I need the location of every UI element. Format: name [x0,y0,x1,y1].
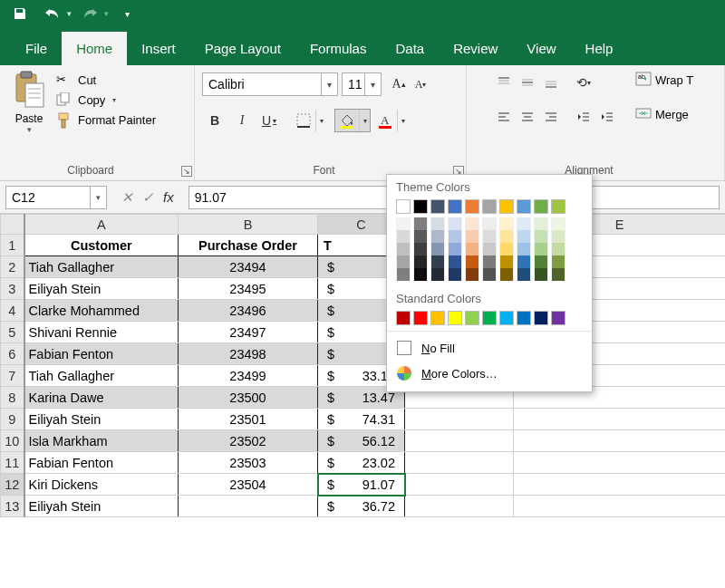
color-swatch[interactable] [413,255,428,268]
row-header-11[interactable]: 11 [1,452,24,474]
row-header-13[interactable]: 13 [1,496,24,517]
cell[interactable]: 23494 [179,256,318,278]
align-middle-button[interactable] [517,72,537,92]
color-swatch[interactable] [499,268,514,281]
decrease-font-button[interactable]: A▾ [411,74,430,94]
tab-file[interactable]: File [11,32,62,65]
color-swatch[interactable] [396,243,411,255]
color-swatch[interactable] [499,199,514,214]
align-left-button[interactable] [494,107,514,127]
color-swatch[interactable] [465,311,479,325]
color-swatch[interactable] [482,243,497,255]
cell[interactable] [514,430,726,452]
merge-center-button[interactable]: Merge [635,103,693,125]
color-swatch[interactable] [413,230,428,243]
color-swatch[interactable] [465,243,479,255]
worksheet-grid[interactable]: A B C D E 1 Customer Purchase Order T 2T… [0,214,725,517]
color-swatch[interactable] [430,217,445,230]
cell[interactable] [514,496,726,517]
color-swatch[interactable] [448,243,462,255]
wrap-text-button[interactable]: ab Wrap T [635,69,693,91]
decrease-indent-button[interactable] [574,107,594,127]
cell[interactable]: 23496 [179,300,318,322]
color-swatch[interactable] [396,199,411,214]
tab-formulas[interactable]: Formulas [295,32,382,65]
color-swatch[interactable] [517,217,531,230]
cell[interactable] [514,409,726,430]
cell[interactable] [405,474,514,496]
color-swatch[interactable] [534,311,548,325]
color-swatch[interactable] [413,268,428,281]
format-painter-button[interactable]: Format Painter [56,112,156,127]
color-swatch[interactable] [396,268,411,281]
cell[interactable]: Fabian Fenton [24,343,179,365]
cell[interactable]: 23504 [179,474,318,496]
color-swatch[interactable] [465,199,479,214]
cell[interactable]: Karina Dawe [24,387,179,409]
insert-function-button[interactable]: fx [163,189,174,206]
cut-button[interactable]: ✂ Cut [56,72,156,87]
cell[interactable]: 23503 [179,452,318,474]
undo-dropdown[interactable]: ▾ [67,9,72,18]
color-swatch[interactable] [465,268,479,281]
undo-button[interactable] [38,3,67,24]
cell[interactable] [405,452,514,474]
cell[interactable]: Eiliyah Stein [24,496,179,517]
color-swatch[interactable] [517,311,531,325]
cell[interactable] [405,496,514,517]
row-header-7[interactable]: 7 [1,365,24,387]
color-swatch[interactable] [551,255,566,268]
color-swatch[interactable] [465,230,479,243]
cell[interactable]: $36.72 [318,496,405,517]
cell[interactable]: 23502 [179,430,318,452]
color-swatch[interactable] [517,230,531,243]
cell[interactable]: Clarke Mohammed [24,300,179,322]
align-right-button[interactable] [541,107,561,127]
row-header-5[interactable]: 5 [1,322,24,343]
tab-insert[interactable]: Insert [127,32,190,65]
cell[interactable]: 23497 [179,322,318,343]
redo-dropdown[interactable]: ▾ [104,9,109,18]
tab-data[interactable]: Data [381,32,439,65]
color-swatch[interactable] [534,268,548,281]
row-header-12[interactable]: 12 [1,474,24,496]
col-header-A[interactable]: A [24,215,179,235]
orientation-button[interactable]: ⟲▾ [574,72,594,92]
row-header-9[interactable]: 9 [1,409,24,430]
color-swatch[interactable] [499,311,514,325]
color-swatch[interactable] [534,243,548,255]
select-all-corner[interactable] [1,215,24,235]
tab-home[interactable]: Home [62,32,127,65]
cell[interactable]: Purchase Order [179,235,318,256]
cell[interactable] [514,452,726,474]
align-bottom-button[interactable] [541,72,561,92]
cell[interactable]: 23499 [179,365,318,387]
cell[interactable] [405,430,514,452]
tab-review[interactable]: Review [439,32,512,65]
tab-page-layout[interactable]: Page Layout [190,32,295,65]
color-swatch[interactable] [551,243,566,255]
cell[interactable]: Tiah Gallagher [24,365,179,387]
cell[interactable]: Customer [24,235,179,256]
color-swatch[interactable] [517,255,531,268]
cell[interactable]: $23.02 [318,452,405,474]
no-fill-item[interactable]: No Fill [387,335,592,361]
fill-color-button[interactable]: ▾ [334,109,371,132]
col-header-B[interactable]: B [179,215,318,235]
cell[interactable]: Tiah Gallagher [24,256,179,278]
color-swatch[interactable] [413,217,428,230]
color-swatch[interactable] [517,243,531,255]
color-swatch[interactable] [534,199,548,214]
cell[interactable] [179,496,318,517]
font-size-combo[interactable]: 11 ▾ [342,72,382,96]
color-swatch[interactable] [517,268,531,281]
cell[interactable]: 23500 [179,387,318,409]
name-box[interactable]: C12 ▾ [5,186,107,209]
font-color-button[interactable]: A ▾ [372,109,409,132]
color-swatch[interactable] [430,243,445,255]
cell[interactable]: 23501 [179,409,318,430]
underline-button[interactable]: U▾ [256,110,282,131]
cell[interactable] [405,409,514,430]
cell[interactable]: Isla Markham [24,430,179,452]
color-swatch[interactable] [413,311,428,325]
